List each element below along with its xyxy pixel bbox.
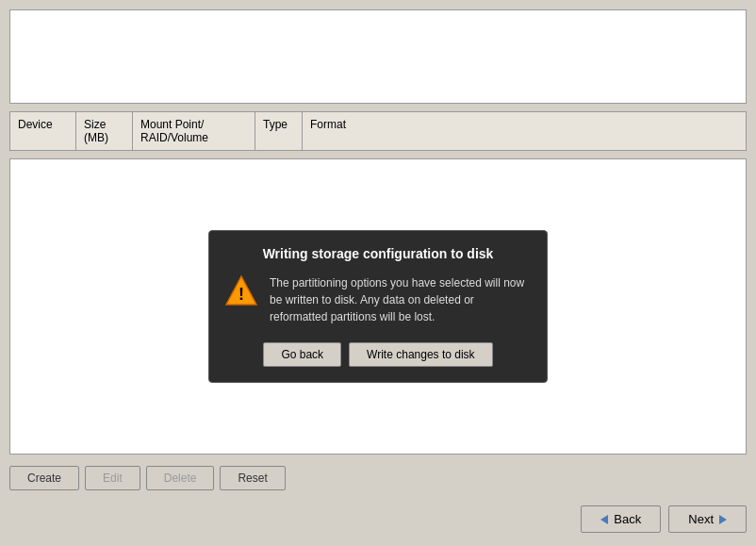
dialog-title: Writing storage configuration to disk	[224, 246, 532, 261]
next-label: Next	[688, 512, 714, 526]
dialog-buttons: Go back Write changes to disk	[224, 342, 532, 367]
partition-table-header: Device Size(MB) Mount Point/RAID/Volume …	[9, 111, 747, 151]
edit-button[interactable]: Edit	[85, 466, 140, 490]
col-device-header: Device	[10, 112, 76, 150]
back-button[interactable]: Back	[581, 505, 661, 533]
partition-toolbar: Create Edit Delete Reset	[9, 462, 747, 494]
next-arrow-icon	[719, 515, 727, 524]
next-button[interactable]: Next	[668, 505, 747, 533]
reset-button[interactable]: Reset	[220, 466, 285, 490]
col-type-header: Type	[255, 112, 303, 150]
dialog-body: ! The partitioning options you have sele…	[224, 274, 532, 325]
warning-icon: !	[224, 274, 258, 308]
col-format-header: Format	[303, 112, 746, 150]
create-button[interactable]: Create	[9, 466, 79, 490]
svg-text:!: !	[238, 285, 244, 304]
content-area: Writing storage configuration to disk ! …	[9, 158, 747, 455]
main-container: Device Size(MB) Mount Point/RAID/Volume …	[0, 0, 756, 546]
back-label: Back	[614, 512, 641, 526]
col-size-header: Size(MB)	[76, 112, 133, 150]
col-mount-header: Mount Point/RAID/Volume	[133, 112, 255, 150]
go-back-button[interactable]: Go back	[263, 342, 341, 367]
nav-buttons: Back Next	[9, 502, 747, 537]
dialog-overlay: Writing storage configuration to disk ! …	[10, 159, 746, 454]
write-dialog: Writing storage configuration to disk ! …	[208, 230, 548, 383]
back-arrow-icon	[600, 515, 608, 524]
dialog-message: The partitioning options you have select…	[270, 274, 532, 325]
write-changes-button[interactable]: Write changes to disk	[349, 342, 493, 367]
delete-button[interactable]: Delete	[146, 466, 215, 490]
disk-preview	[9, 9, 747, 104]
